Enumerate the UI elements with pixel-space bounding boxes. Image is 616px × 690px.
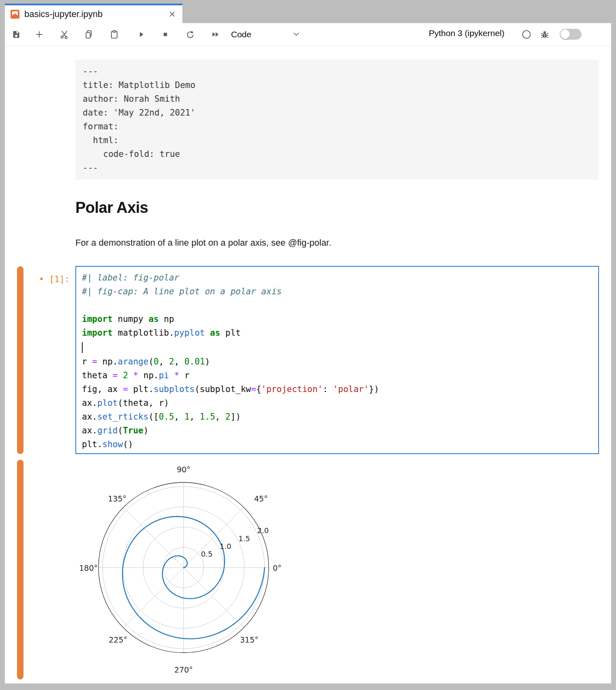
simple-mode-toggle[interactable] — [560, 29, 582, 40]
stop-icon — [160, 30, 170, 39]
notebook-file-icon — [11, 10, 19, 19]
toggle-knob — [560, 30, 570, 39]
svg-text:225°: 225° — [109, 635, 127, 644]
copy-icon — [83, 29, 94, 40]
paste-icon — [109, 29, 120, 40]
svg-text:270°: 270° — [174, 665, 193, 674]
svg-text:1.0: 1.0 — [220, 542, 231, 551]
frontmatter-lines: ---title: Matplotlib Demoauthor: Norah S… — [83, 64, 592, 175]
restart-icon — [185, 29, 195, 40]
save-button[interactable] — [11, 29, 22, 40]
cell-type-dropdown[interactable]: Code — [226, 26, 311, 43]
code-editor: #| label: fig-polar#| fig-cap: A line pl… — [76, 267, 598, 455]
debugger-bug-icon[interactable] — [539, 29, 550, 40]
page-title: Polar Axis — [75, 198, 148, 217]
code-cell-editor[interactable]: #| label: fig-polar#| fig-cap: A line pl… — [75, 266, 599, 454]
restart-run-all-button[interactable] — [210, 29, 221, 40]
polar-plot: 0°45°90°135°180°225°270°315°0.51.01.52.0 — [79, 456, 290, 675]
tab-basics-jupyter[interactable]: basics-jupyter.ipynb — [5, 4, 182, 23]
plus-icon — [34, 30, 44, 39]
save-icon — [11, 30, 21, 39]
cell-collapser-output[interactable] — [17, 460, 24, 679]
svg-text:45°: 45° — [254, 494, 268, 503]
copy-cells-button[interactable] — [83, 29, 94, 40]
markdown-paragraph: For a demonstration of a line plot on a … — [75, 237, 331, 249]
cell-collapser-input[interactable] — [17, 266, 24, 454]
frontmatter-raw-cell[interactable]: ---title: Matplotlib Demoauthor: Norah S… — [75, 60, 599, 180]
fast-forward-icon — [210, 29, 221, 40]
execution-prompt: • [1]: — [23, 272, 70, 286]
svg-text:2.0: 2.0 — [257, 526, 269, 535]
paste-cells-button[interactable] — [109, 29, 120, 40]
kernel-name[interactable]: Python 3 (ipykernel) — [429, 28, 505, 38]
svg-text:0.5: 0.5 — [201, 550, 213, 558]
kernel-status-icon[interactable] — [521, 29, 532, 40]
tab-title: basics-jupyter.ipynb — [24, 9, 103, 19]
add-cell-button[interactable] — [34, 29, 45, 40]
cell-type-label: Code — [231, 30, 251, 39]
restart-kernel-button[interactable] — [184, 29, 196, 40]
svg-text:135°: 135° — [108, 494, 126, 503]
svg-text:1.5: 1.5 — [238, 534, 250, 543]
svg-text:0°: 0° — [273, 564, 282, 572]
run-cell-button[interactable] — [135, 29, 147, 40]
chevron-down-icon — [292, 30, 301, 40]
run-icon — [136, 30, 146, 39]
svg-text:180°: 180° — [79, 564, 98, 572]
cut-cells-button[interactable] — [59, 29, 70, 40]
tab-close-icon[interactable] — [168, 10, 177, 19]
scissors-icon — [59, 29, 70, 40]
jupyterlab-window: { "tab": { "title": "basics-jupyter.ipyn… — [0, 0, 616, 690]
svg-text:315°: 315° — [240, 635, 259, 644]
svg-text:90°: 90° — [177, 465, 190, 474]
interrupt-kernel-button[interactable] — [160, 29, 171, 40]
